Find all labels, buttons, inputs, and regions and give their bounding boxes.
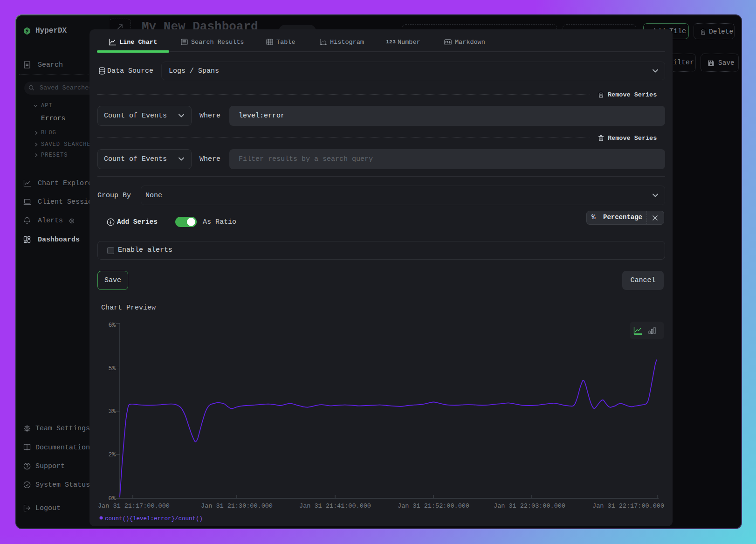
svg-text:Jan 31 22:03:00.000: Jan 31 22:03:00.000 [494,503,565,510]
svg-text:count(){level:error}/count(): count(){level:error}/count() [105,516,203,522]
svg-text:2%: 2% [108,451,116,458]
svg-text:Jan 31 21:52:00.000: Jan 31 21:52:00.000 [398,503,469,510]
svg-text:Jan 31 21:17:00.000: Jan 31 21:17:00.000 [98,503,170,510]
svg-text:Jan 31 21:41:00.000: Jan 31 21:41:00.000 [299,503,371,510]
svg-text:6%: 6% [108,322,116,329]
svg-text:0%: 0% [108,495,116,502]
svg-text:Jan 31 22:17:00.000: Jan 31 22:17:00.000 [592,503,664,510]
svg-text:Jan 31 21:30:00.000: Jan 31 21:30:00.000 [201,503,273,510]
svg-text:3%: 3% [108,408,116,415]
svg-text:5%: 5% [108,365,116,372]
